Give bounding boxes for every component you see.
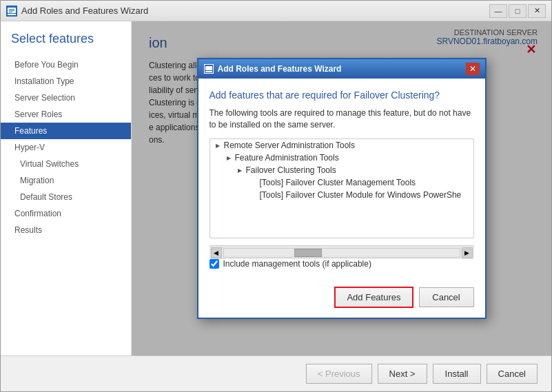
- sidebar-item-server-selection[interactable]: Server Selection: [1, 90, 131, 106]
- svg-rect-2: [9, 9, 14, 10]
- sidebar-item-confirmation[interactable]: Confirmation: [1, 205, 131, 222]
- tree-item-4: [Tools] Failover Cluster Module for Wind…: [210, 189, 473, 201]
- sidebar-title: Select features: [1, 28, 131, 56]
- modal-title-bar: Add Roles and Features Wizard ✕: [198, 59, 485, 79]
- sidebar-item-default-stores[interactable]: Default Stores: [1, 189, 131, 205]
- scroll-track[interactable]: [223, 248, 460, 258]
- sidebar-item-migration[interactable]: Migration: [1, 172, 131, 189]
- modal-description: The following tools are required to mana…: [209, 107, 474, 131]
- tree-label-4: [Tools] Failover Cluster Module for Wind…: [260, 190, 462, 200]
- modal-overlay: Add Roles and Features Wizard ✕ Add feat…: [132, 21, 551, 355]
- svg-rect-1: [8, 14, 16, 15]
- scroll-thumb[interactable]: [294, 249, 322, 257]
- svg-rect-4: [9, 12, 12, 12]
- include-management-tools-row: Include management tools (if applicable): [209, 259, 474, 269]
- svg-rect-6: [205, 66, 212, 70]
- cancel-button[interactable]: Cancel: [487, 364, 538, 384]
- modal-wizard-icon: [204, 64, 214, 74]
- tree-arrow-2: ▶: [235, 165, 245, 175]
- title-bar-left: Add Roles and Features Wizard: [6, 6, 148, 17]
- tree-arrow-0: ▶: [213, 141, 223, 150]
- tree-arrow-3: [249, 178, 258, 187]
- include-management-tools-label: Include management tools (if applicable): [223, 259, 371, 269]
- tree-label-1: Feature Administration Tools: [235, 153, 339, 163]
- modal-title-left: Add Roles and Features Wizard: [204, 64, 342, 74]
- sidebar-item-before-you-begin[interactable]: Before You Begin: [1, 56, 131, 73]
- main-panel: DESTINATION SERVER SRVNOD01.firatboyan.c…: [132, 21, 551, 355]
- maximize-button[interactable]: □: [509, 4, 527, 18]
- cancel-modal-button[interactable]: Cancel: [419, 287, 474, 307]
- title-bar-controls: — □ ✕: [489, 4, 546, 18]
- svg-rect-3: [9, 10, 14, 11]
- main-window: Add Roles and Features Wizard — □ ✕ Sele…: [0, 0, 552, 392]
- include-management-tools-checkbox[interactable]: [209, 259, 219, 269]
- tree-item-0: ▶ Remote Server Administration Tools: [210, 139, 473, 152]
- modal-title-text: Add Roles and Features Wizard: [218, 64, 342, 74]
- sidebar-item-hyper-v[interactable]: Hyper-V: [1, 139, 131, 156]
- sidebar-item-results[interactable]: Results: [1, 222, 131, 238]
- window-title: Add Roles and Features Wizard: [21, 6, 148, 16]
- sidebar-item-server-roles[interactable]: Server Roles: [1, 106, 131, 123]
- tree-label-3: [Tools] Failover Cluster Management Tool…: [260, 178, 416, 187]
- minimize-button[interactable]: —: [489, 4, 507, 18]
- scroll-left-button[interactable]: ◀: [211, 247, 222, 258]
- bottom-bar: < Previous Next > Install Cancel: [1, 355, 551, 391]
- close-button[interactable]: ✕: [528, 4, 546, 18]
- next-button[interactable]: Next >: [378, 364, 427, 384]
- previous-button[interactable]: < Previous: [306, 364, 372, 384]
- sidebar-item-features[interactable]: Features: [1, 123, 131, 139]
- feature-tree[interactable]: ▶ Remote Server Administration Tools ▶ F…: [209, 138, 474, 238]
- modal-close-button[interactable]: ✕: [466, 63, 480, 75]
- svg-rect-7: [205, 71, 212, 72]
- tree-arrow-4: [249, 190, 258, 200]
- server-manager-icon: [6, 6, 17, 17]
- content-area: Select features Before You Begin Install…: [1, 21, 551, 355]
- tree-label-0: Remote Server Administration Tools: [224, 141, 356, 150]
- horizontal-scrollbar[interactable]: ◀ ▶: [209, 245, 474, 259]
- sidebar: Select features Before You Begin Install…: [1, 21, 132, 355]
- modal-question: Add features that are required for Failo…: [209, 90, 474, 101]
- sidebar-item-installation-type[interactable]: Installation Type: [1, 73, 131, 90]
- modal-dialog: Add Roles and Features Wizard ✕ Add feat…: [197, 58, 487, 320]
- add-features-button[interactable]: Add Features: [334, 287, 413, 308]
- modal-body: Add features that are required for Failo…: [198, 79, 485, 287]
- tree-label-2: Failover Clustering Tools: [246, 165, 336, 175]
- tree-item-3: [Tools] Failover Cluster Management Tool…: [210, 176, 473, 189]
- tree-item-1: ▶ Feature Administration Tools: [210, 152, 473, 164]
- title-bar: Add Roles and Features Wizard — □ ✕: [1, 1, 551, 21]
- tree-arrow-1: ▶: [224, 153, 234, 163]
- install-button[interactable]: Install: [433, 364, 481, 384]
- sidebar-item-virtual-switches[interactable]: Virtual Switches: [1, 156, 131, 172]
- modal-footer: Add Features Cancel: [198, 287, 485, 318]
- scroll-right-button[interactable]: ▶: [462, 247, 473, 258]
- tree-item-2: ▶ Failover Clustering Tools: [210, 164, 473, 176]
